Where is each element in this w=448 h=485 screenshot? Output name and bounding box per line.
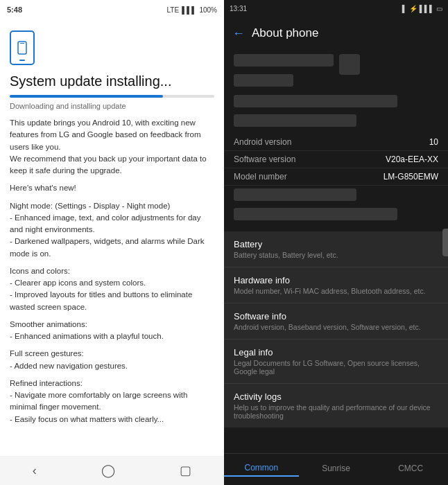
svg-rect-1: [20, 43, 24, 44]
blurred-row: [234, 95, 397, 107]
left-content: System update installing... Downloading …: [0, 19, 224, 456]
hardware-info-desc: Model number, Wi-Fi MAC address, Bluetoo…: [234, 287, 438, 295]
model-number-row: Model number LM-G850EMW: [224, 168, 448, 186]
back-button[interactable]: ‹: [19, 459, 51, 482]
software-info-title: Software info: [234, 311, 438, 321]
software-version-row: Software version V20a-EEA-XX: [224, 151, 448, 168]
blurred-col-1: [234, 54, 334, 91]
body-para-2: Here's what's new!: [10, 182, 214, 194]
body-para-4: Icons and colors:- Clearer app icons and…: [10, 265, 214, 313]
right-header: ← About phone: [224, 17, 448, 50]
left-status-bar: 5:48 LTE ▌▌▌ 100%: [0, 0, 224, 19]
hardware-info-title: Hardware info: [234, 275, 438, 285]
right-status-icons: ▌ ⚡ ▌▌▌ ▭: [402, 5, 442, 12]
android-version-value: 10: [429, 137, 438, 147]
android-version-row: Android version 10: [224, 134, 448, 151]
body-para-1: This update brings you Android 10, with …: [10, 117, 214, 177]
body-para-7: Refined interactions:- Navigate more com…: [10, 378, 214, 425]
software-version-label: Software version: [234, 155, 295, 164]
battery-menu-item[interactable]: Battery Battery status, Battery level, e…: [224, 231, 448, 267]
home-button[interactable]: ◯: [87, 459, 129, 482]
hardware-info-menu-item[interactable]: Hardware info Model number, Wi-Fi MAC ad…: [224, 267, 448, 303]
software-version-value: V20a-EEA-XX: [386, 155, 438, 164]
model-number-label: Model number: [234, 172, 287, 182]
right-panel: 13:31 ▌ ⚡ ▌▌▌ ▭ ← About phone: [224, 0, 448, 485]
legal-info-title: Legal info: [234, 347, 438, 358]
progress-bar: [10, 95, 214, 98]
right-bottom-tabs: Common Sunrise CMCC: [224, 453, 448, 485]
legal-info-desc: Legal Documents for LG Software, Open so…: [234, 359, 438, 376]
update-body: This update brings you Android 10, with …: [10, 117, 214, 425]
activity-logs-desc: Help us to improve the quality and perfo…: [234, 403, 438, 420]
progress-bar-fill: [10, 95, 163, 98]
left-bottom-nav: ‹ ◯ ▢: [0, 456, 224, 485]
blurred-img: [339, 54, 360, 75]
android-version-label: Android version: [234, 137, 291, 147]
signal-icon: ▌▌▌: [182, 6, 196, 14]
blurred-row: [234, 208, 397, 220]
battery-desc: Battery status, Battery level, etc.: [234, 251, 438, 259]
blurred-row: [234, 188, 356, 201]
wifi-icon: ⚡: [409, 5, 417, 12]
blurred-row: [234, 74, 293, 87]
blurred-row: [234, 114, 356, 127]
left-time: 5:48: [7, 6, 22, 14]
right-page-title: About phone: [252, 26, 318, 40]
right-scroll-content: Android version 10 Software version V20a…: [224, 50, 448, 485]
activity-logs-menu-item[interactable]: Activity logs Help us to improve the qua…: [224, 384, 448, 427]
phone-icon: [10, 30, 35, 65]
body-para-6: Full screen gestures:- Added new navigat…: [10, 348, 214, 372]
tab-sunrise[interactable]: Sunrise: [299, 464, 374, 476]
left-panel: 5:48 LTE ▌▌▌ 100% System update installi…: [0, 0, 224, 485]
right-back-button[interactable]: ←: [232, 26, 245, 41]
signal-bars-icon: ▌▌▌: [420, 5, 434, 12]
legal-info-menu-item[interactable]: Legal info Legal Documents for LG Softwa…: [224, 340, 448, 384]
model-number-value: LM-G850EMW: [384, 172, 438, 182]
scroll-handle: [442, 229, 448, 256]
menu-section: Battery Battery status, Battery level, e…: [224, 231, 448, 427]
battery-right-icon: ▭: [436, 5, 442, 12]
recent-button[interactable]: ▢: [166, 459, 205, 482]
device-image-section: [224, 50, 448, 95]
more-private-info: [224, 186, 448, 227]
tab-common[interactable]: Common: [224, 463, 299, 477]
body-para-3: Night mode: (Settings - Display - Night …: [10, 200, 214, 260]
downloading-label: Downloading and installing update: [10, 102, 214, 110]
right-time: 13:31: [230, 5, 247, 12]
sim-icon: ▌: [402, 5, 407, 12]
update-title: System update installing...: [10, 73, 214, 89]
left-status-icons: LTE ▌▌▌ 100%: [167, 6, 217, 14]
tab-cmcc[interactable]: CMCC: [373, 464, 448, 476]
private-info-section: [224, 95, 448, 134]
blurred-col-2: [339, 54, 439, 91]
battery-title: Battery: [234, 239, 438, 249]
activity-logs-title: Activity logs: [234, 391, 438, 402]
right-status-bar: 13:31 ▌ ⚡ ▌▌▌ ▭: [224, 0, 448, 17]
battery-icon: 100%: [199, 6, 217, 14]
lte-icon: LTE: [167, 6, 180, 14]
software-info-menu-item[interactable]: Software info Android version, Baseband …: [224, 303, 448, 340]
software-info-desc: Android version, Baseband version, Softw…: [234, 323, 438, 331]
phone-icon-wrap: [10, 30, 214, 65]
blurred-row: [234, 54, 334, 67]
body-para-5: Smoother animations:- Enhanced animation…: [10, 319, 214, 343]
